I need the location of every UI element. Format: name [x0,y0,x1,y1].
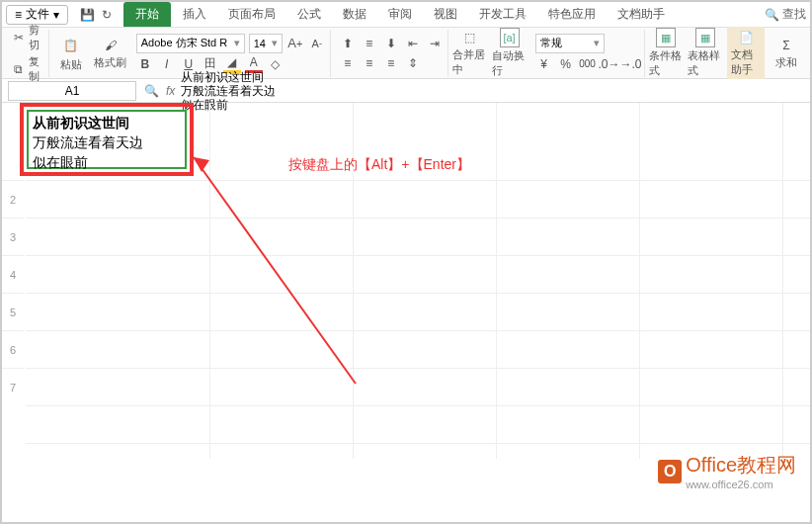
cell-line: 从前初识这世间 [33,114,181,133]
row-header[interactable]: 5 [2,293,24,330]
watermark-url: www.office26.com [686,479,796,490]
fx-icon[interactable]: fx [160,84,181,98]
font-name-select[interactable]: Adobe 仿宋 Std R ▾ [136,34,245,53]
spacing-icon[interactable]: ⇕ [404,54,422,72]
row-header[interactable]: 7 [2,368,24,405]
watermark-brand: Office教程网 [686,452,796,479]
align-center-icon[interactable]: ≡ [361,54,378,72]
align-mid-icon[interactable]: ≡ [361,35,378,52]
search-icon[interactable]: 🔍 [763,6,780,24]
copy-icon[interactable]: ⧉ [12,60,25,78]
autowrap-button[interactable]: [a] 自动换行 [492,28,528,78]
dropdown-icon: ▾ [234,37,240,49]
currency-icon[interactable]: ¥ [535,55,553,73]
brush-icon: 🖌 [102,37,120,54]
table-style-button[interactable]: ▦ 表格样式 [688,28,723,78]
worksheet[interactable]: 2 3 4 5 6 7 从前初识这世间 万般流连看着天边 似在眼前 按键盘上的【… [2,103,810,498]
svg-line-0 [194,157,356,384]
indent-inc-icon[interactable]: ⇥ [426,35,444,52]
doc-helper-button[interactable]: 📄 文档助手 [727,27,765,79]
file-menu[interactable]: ≡ 文件 ▾ [6,5,68,25]
wrap-icon: [a] [500,28,520,47]
cut-label: 剪切 [29,23,44,52]
tab-pagelayout[interactable]: 页面布局 [218,2,285,27]
row-header[interactable]: 3 [2,218,24,255]
ribbon-tabs: 开始 插入 页面布局 公式 数据 审阅 视图 开发工具 特色应用 文档助手 [123,2,675,27]
align-left-icon[interactable]: ≡ [339,54,357,72]
format-painter[interactable]: 🖌 格式刷 [93,37,128,70]
menu-bar: ≡ 文件 ▾ 💾 ↻ 开始 插入 页面布局 公式 数据 审阅 视图 开发工具 特… [2,2,810,28]
align-right-icon[interactable]: ≡ [382,54,400,72]
tab-special[interactable]: 特色应用 [538,2,606,27]
dropdown-icon: ▾ [594,37,600,49]
thousands-icon[interactable]: 000 [579,55,597,73]
tab-home[interactable]: 开始 [123,2,171,27]
annotation-arrow [158,142,415,399]
formula-bar-row: A1 🔍 fx 从前初识这世间 万般流连看着天边 似在眼前 [2,79,810,103]
hamburger-icon: ≡ [15,8,22,22]
name-box[interactable]: A1 [8,81,136,101]
watermark-logo: O [658,460,682,483]
svg-marker-1 [194,157,209,172]
sum-icon: Σ [777,37,795,54]
cond-format-button[interactable]: ▦ 条件格式 [649,28,685,78]
redo-icon[interactable]: ↻ [98,6,116,24]
cut-icon[interactable]: ✂ [12,29,25,46]
tab-view[interactable]: 视图 [424,2,467,27]
sum-button[interactable]: Σ 求和 [769,37,804,70]
watermark: O Office教程网 www.office26.com [658,452,796,490]
ribbon: ✂剪切 ⧉复制 📋 粘贴 🖌 格式刷 Adobe 仿宋 Std R ▾ 14 ▾… [2,28,810,79]
font-size-select[interactable]: 14 ▾ [249,34,283,53]
merge-icon: ⬚ [461,29,479,46]
tab-devtools[interactable]: 开发工具 [469,2,536,27]
copy-label: 复制 [29,54,44,84]
paste-icon: 📋 [60,35,82,56]
tablefmt-icon: ▦ [695,28,715,47]
save-icon[interactable]: 💾 [78,6,96,24]
decrease-font-icon[interactable]: A- [308,35,326,52]
row-header[interactable]: 2 [2,180,24,218]
tab-data[interactable]: 数据 [333,2,376,27]
dochelper-icon: 📄 [737,29,755,46]
paste-button[interactable]: 📋 粘贴 [53,35,89,72]
bold-icon[interactable]: B [136,55,154,73]
merge-center-button[interactable]: ⬚ 合并居中 [452,29,488,77]
tab-review[interactable]: 审阅 [378,2,422,27]
condfmt-icon: ▦ [656,28,676,47]
number-format-select[interactable]: 常规▾ [535,34,605,53]
align-bot-icon[interactable]: ⬇ [382,35,400,52]
zoom-icon[interactable]: 🔍 [142,82,160,100]
row-header[interactable]: 6 [2,330,24,368]
italic-icon[interactable]: I [158,55,176,73]
percent-icon[interactable]: % [557,55,575,73]
find-label[interactable]: 查找 [782,6,806,23]
dec-decimal-icon[interactable]: →.0 [622,55,640,73]
file-label: 文件 [26,6,49,23]
align-top-icon[interactable]: ⬆ [339,35,357,52]
tab-insert[interactable]: 插入 [173,2,216,27]
row-headers: 2 3 4 5 6 7 [2,180,24,405]
tab-dochelper[interactable]: 文档助手 [608,2,675,27]
indent-dec-icon[interactable]: ⇤ [404,35,422,52]
inc-decimal-icon[interactable]: .0→ [601,55,618,73]
tab-formula[interactable]: 公式 [287,2,331,27]
row-header[interactable]: 4 [2,255,24,293]
increase-font-icon[interactable]: A+ [286,35,304,52]
dropdown-icon: ▾ [272,37,278,49]
dropdown-icon: ▾ [53,8,59,22]
